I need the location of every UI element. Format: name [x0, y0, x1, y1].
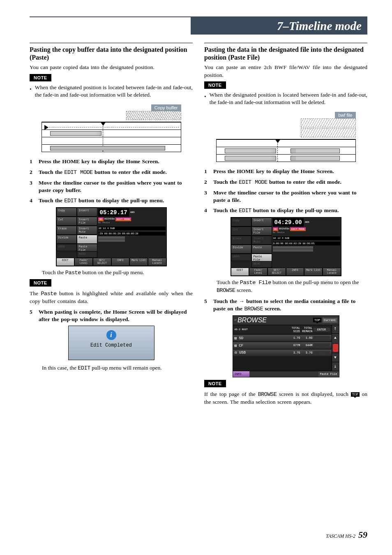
info-icon: i — [106, 330, 116, 340]
note-bullet: • When the designated position is locate… — [30, 84, 193, 99]
playhead-icon — [275, 139, 281, 143]
note-label-2: NOTE — [30, 279, 51, 287]
edit-completed-popup: i Edit Completed — [68, 326, 154, 360]
step-4: 4Touch the EDIT button to display the pu… — [30, 197, 193, 205]
scroll-thumb — [333, 343, 338, 352]
right-column: Pasting the data in the designated file … — [204, 43, 367, 406]
step-1: 1Press the HOME key to display the Home … — [30, 158, 193, 165]
scroll-bottom-icon: ⤓ — [332, 362, 339, 371]
edit-completed-text: Edit Completed — [69, 342, 154, 348]
bullet-dot: • — [204, 91, 206, 106]
step-2-r: 2Touch the EDIT MODE button to enter the… — [204, 178, 367, 186]
intro-text: You can paste copied data into the desig… — [30, 64, 193, 71]
product-name: TASCAM HS-2 — [326, 533, 355, 539]
usb-icon: ⧈ — [235, 351, 239, 355]
step-1-r: 1Press the HOME key to display the Home … — [204, 168, 367, 175]
step-2: 2Touch the EDIT MODE button to enter the… — [30, 169, 193, 176]
page-number: 59 — [357, 530, 367, 540]
back-arrow-icon: ↩ — [235, 318, 237, 322]
intro-text-r: You can paste an entire 2ch BWF file/WAV… — [204, 64, 367, 79]
touch-pastefile-instruction: Touch the Paste File button on the pull-… — [204, 279, 367, 294]
sd-icon: ▤ — [235, 336, 239, 340]
enter-arrow-icon: → — [314, 343, 330, 347]
left-column: Pasting the copy buffer data into the de… — [30, 43, 193, 406]
bwf-file-label: bwf file — [335, 112, 355, 118]
enter-arrow-icon: → — [314, 336, 330, 340]
cf-icon: ▤ — [235, 344, 239, 348]
copy-buffer-label: Copy buffer — [151, 104, 181, 111]
note-text: When the designated position is located … — [35, 84, 193, 99]
current-button: Current — [323, 318, 337, 323]
final-para: In this case, the EDIT pull-up menu will… — [30, 364, 193, 372]
playhead-icon — [100, 122, 106, 126]
browse-screenshot: ↩ BROWSE TOP Current HS-2 ROOT TOTAL SIZ… — [233, 315, 339, 377]
top-icon: TOP — [313, 318, 321, 323]
top-icon-inline: TOP — [351, 392, 360, 397]
note2-text: The Paste button is highlighted white an… — [30, 290, 193, 305]
copy-buffer-diagram: Copy buffer — [42, 101, 181, 155]
edit-pullup-screenshot: Copy Cut Erase Divide Insert Insert File… — [56, 207, 167, 266]
section-heading-paste: Pasting the copy buffer data into the de… — [30, 43, 193, 62]
bullet-dot: • — [30, 84, 32, 99]
note-label: NOTE — [30, 74, 51, 81]
note2-text-r: If the top page of the BROWSE screen is … — [204, 391, 367, 406]
bwf-file-diagram: bwf file — [216, 109, 356, 164]
scroll-top-icon: ⤒ — [332, 325, 339, 334]
browse-row-sd: ▤ SD 1.7G 1.6G → — [233, 334, 332, 342]
page-footer: TASCAM HS-2 59 — [326, 530, 367, 540]
info-button: INFO — [233, 371, 249, 377]
step-4-r: 4Touch the EDIT button to display the pu… — [204, 207, 367, 215]
note-label-r: NOTE — [204, 81, 226, 89]
scroll-up-icon: ▲ — [332, 333, 339, 342]
note-label-r2: NOTE — [204, 380, 226, 387]
touch-paste-instruction: Touch the Paste button on the pull-up me… — [30, 269, 193, 277]
paste-file-button: Paste File — [318, 371, 339, 377]
browse-row-usb: ⧈ USB 3.7G 3.7G → — [233, 349, 332, 356]
note-bullet-r: • When the designated position is locate… — [204, 91, 367, 106]
section-heading-paste-file: Pasting the data in the designated file … — [204, 43, 367, 62]
chapter-title: 7–Timeline mode — [191, 17, 367, 35]
edit-pullup-screenshot-r: Copy Cut Erase Divide Insert Insert File… — [231, 217, 341, 276]
step-3: 3Move the timeline cursor to the positio… — [30, 179, 193, 194]
scroll-down-icon: ▼ — [332, 353, 339, 362]
step-5: 5When pasting is complete, the Home Scre… — [30, 308, 193, 323]
browse-row-cf: ▤ CF 977M 944M → — [233, 342, 332, 349]
browse-title: BROWSE — [238, 317, 313, 324]
note-text-r: When the designated position is located … — [210, 91, 367, 106]
scrollbar: ⤒ ▲ ▼ ⤓ — [332, 325, 339, 371]
enter-arrow-icon: → — [314, 351, 330, 355]
step-5-r: 5 Touch the → button to select the media… — [204, 298, 367, 312]
root-crumb: HS-2 ROOT — [235, 328, 288, 331]
step-3-r: 3Move the timeline cursor to the positio… — [204, 189, 367, 204]
